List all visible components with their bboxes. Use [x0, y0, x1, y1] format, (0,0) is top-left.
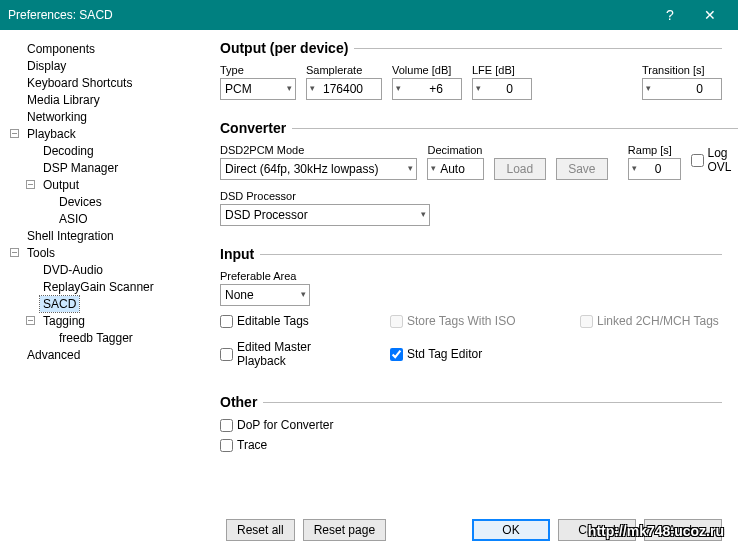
tree-tools[interactable]: –Tools — [10, 244, 204, 261]
tree-networking[interactable]: Networking — [10, 108, 204, 125]
type-label: Type — [220, 64, 296, 76]
converter-section: Converter DSD2PCM Mode Direct (64fp, 30k… — [220, 120, 738, 232]
dsd-processor-select[interactable]: DSD Processor▾ — [220, 204, 430, 226]
reset-all-button[interactable]: Reset all — [226, 519, 295, 541]
ok-button[interactable]: OK — [472, 519, 550, 541]
trace-checkbox[interactable]: Trace — [220, 438, 722, 452]
chevron-down-icon: ▾ — [310, 83, 315, 93]
chevron-down-icon: ▾ — [632, 163, 637, 173]
linked-tags-checkbox: Linked 2CH/MCH Tags — [580, 314, 719, 328]
chevron-down-icon: ▾ — [476, 83, 481, 93]
tree-advanced[interactable]: Advanced — [10, 346, 204, 363]
tree-media[interactable]: Media Library — [10, 91, 204, 108]
tree-asio[interactable]: ASIO — [10, 210, 204, 227]
tree-playback[interactable]: –Playback — [10, 125, 204, 142]
chevron-down-icon: ▾ — [408, 163, 413, 173]
dialog-buttons: Reset all Reset page OK Cancel Apply — [226, 519, 722, 541]
store-iso-checkbox: Store Tags With ISO — [390, 314, 540, 328]
chevron-down-icon: ▾ — [396, 83, 401, 93]
preferable-area-select[interactable]: None▾ — [220, 284, 310, 306]
collapse-icon[interactable]: – — [10, 129, 19, 138]
type-select[interactable]: PCM▾ — [220, 78, 296, 100]
help-button[interactable]: ? — [650, 0, 690, 30]
dop-checkbox[interactable]: DoP for Converter — [220, 418, 722, 432]
tree-freedb[interactable]: freedb Tagger — [10, 329, 204, 346]
lfe-input[interactable]: ▾0 — [472, 78, 532, 100]
preferences-tree: Components Display Keyboard Shortcuts Me… — [0, 30, 210, 549]
std-tag-editor-checkbox[interactable]: Std Tag Editor — [390, 340, 482, 368]
edited-master-checkbox[interactable]: Edited Master Playback — [220, 340, 350, 368]
decimation-label: Decimation — [427, 144, 483, 156]
close-button[interactable]: ✕ — [690, 0, 730, 30]
titlebar: Preferences: SACD ? ✕ — [0, 0, 738, 30]
tree-output[interactable]: –Output — [10, 176, 204, 193]
tree-display[interactable]: Display — [10, 57, 204, 74]
collapse-icon[interactable]: – — [26, 180, 35, 189]
area-label: Preferable Area — [220, 270, 310, 282]
ramp-label: Ramp [s] — [628, 144, 681, 156]
decimation-input: ▾Auto — [427, 158, 483, 180]
editable-tags-checkbox[interactable]: Editable Tags — [220, 314, 350, 328]
load-button: Load — [494, 158, 546, 180]
reset-page-button[interactable]: Reset page — [303, 519, 386, 541]
other-section: Other DoP for Converter Trace — [220, 394, 722, 458]
volume-input[interactable]: ▾+6 — [392, 78, 462, 100]
chevron-down-icon: ▾ — [431, 163, 436, 173]
tree-keyboard[interactable]: Keyboard Shortcuts — [10, 74, 204, 91]
tree-rgs[interactable]: ReplayGain Scanner — [10, 278, 204, 295]
ramp-input[interactable]: ▾0 — [628, 158, 681, 180]
collapse-icon[interactable]: – — [10, 248, 19, 257]
settings-panel: Output (per device) Type PCM▾ Samplerate… — [210, 30, 738, 549]
chevron-down-icon: ▾ — [421, 209, 426, 219]
section-title: Converter — [220, 120, 292, 136]
chevron-down-icon: ▾ — [301, 289, 306, 299]
transition-input[interactable]: ▾0 — [642, 78, 722, 100]
collapse-icon[interactable]: – — [26, 316, 35, 325]
tree-decoding[interactable]: Decoding — [10, 142, 204, 159]
tree-shell[interactable]: Shell Integration — [10, 227, 204, 244]
apply-button[interactable]: Apply — [644, 519, 722, 541]
chevron-down-icon: ▾ — [646, 83, 651, 93]
volume-label: Volume [dB] — [392, 64, 462, 76]
cancel-button[interactable]: Cancel — [558, 519, 636, 541]
window-title: Preferences: SACD — [8, 8, 650, 22]
output-section: Output (per device) Type PCM▾ Samplerate… — [220, 40, 722, 106]
section-title: Input — [220, 246, 260, 262]
tree-dsp[interactable]: DSP Manager — [10, 159, 204, 176]
log-ovl-checkbox[interactable]: Log OVL — [691, 146, 739, 174]
save-button: Save — [556, 158, 608, 180]
transition-label: Transition [s] — [642, 64, 722, 76]
tree-dvda[interactable]: DVD-Audio — [10, 261, 204, 278]
lfe-label: LFE [dB] — [472, 64, 532, 76]
input-section: Input Preferable Area None▾ Editable Tag… — [220, 246, 722, 380]
samplerate-label: Samplerate — [306, 64, 382, 76]
tree-devices[interactable]: Devices — [10, 193, 204, 210]
dsd-processor-label: DSD Processor — [220, 190, 430, 202]
mode-label: DSD2PCM Mode — [220, 144, 417, 156]
section-title: Other — [220, 394, 263, 410]
dsd2pcm-mode-select[interactable]: Direct (64fp, 30kHz lowpass)▾ — [220, 158, 417, 180]
tree-sacd[interactable]: SACD — [10, 295, 204, 312]
tree-components[interactable]: Components — [10, 40, 204, 57]
samplerate-select[interactable]: ▾176400 — [306, 78, 382, 100]
tree-tagging[interactable]: –Tagging — [10, 312, 204, 329]
chevron-down-icon: ▾ — [287, 83, 292, 93]
section-title: Output (per device) — [220, 40, 354, 56]
